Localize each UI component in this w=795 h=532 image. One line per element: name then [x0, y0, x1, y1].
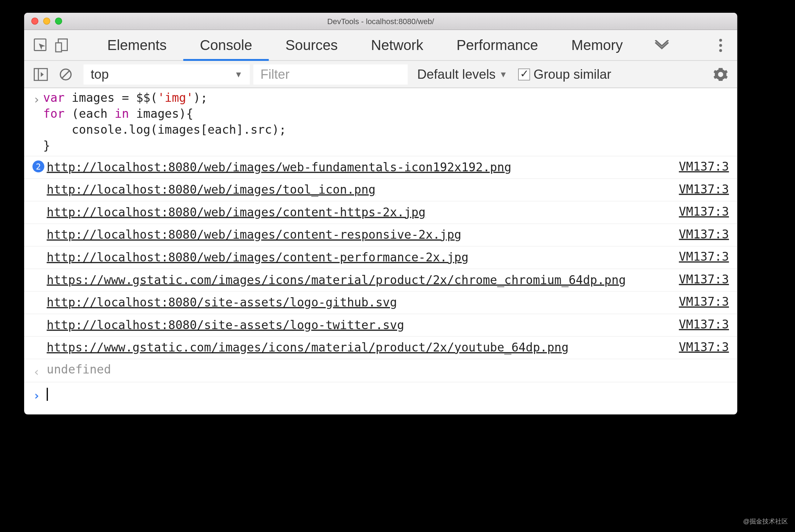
- log-source-link[interactable]: VM137:3: [679, 272, 729, 286]
- tab-performance[interactable]: Performance: [440, 30, 555, 60]
- log-source-link[interactable]: VM137:3: [679, 182, 729, 196]
- clear-console-icon[interactable]: [55, 63, 76, 85]
- log-url-link[interactable]: https://www.gstatic.com/images/icons/mat…: [47, 340, 679, 356]
- zoom-window-button[interactable]: [55, 17, 62, 24]
- repeat-count-badge: 2: [32, 161, 44, 172]
- console-log-row: http://localhost:8080/web/images/content…: [24, 224, 737, 247]
- log-url-link[interactable]: http://localhost:8080/web/images/content…: [47, 204, 679, 220]
- execution-context-selector[interactable]: top ▼: [83, 64, 250, 84]
- console-return-row: ‹ undefined: [24, 359, 737, 382]
- panel-tabs: ElementsConsoleSourcesNetworkPerformance…: [91, 30, 639, 60]
- close-window-button[interactable]: [31, 17, 38, 24]
- svg-rect-2: [56, 43, 61, 51]
- log-source-link[interactable]: VM137:3: [679, 295, 729, 309]
- input-arrow-icon: ›: [33, 92, 40, 106]
- tab-network[interactable]: Network: [354, 30, 440, 60]
- console-prompt-row[interactable]: ›: [24, 382, 737, 414]
- dropdown-triangle-icon: ▼: [234, 70, 242, 79]
- log-url-link[interactable]: http://localhost:8080/site-assets/logo-t…: [47, 317, 679, 333]
- console-log-row: http://localhost:8080/web/images/tool_ic…: [24, 179, 737, 201]
- console-input-echo: › var images = $$('img'); for (each in i…: [24, 88, 737, 156]
- svg-point-5: [719, 49, 722, 52]
- svg-point-4: [719, 44, 722, 46]
- console-log-row: http://localhost:8080/site-assets/logo-g…: [24, 292, 737, 314]
- log-url-link[interactable]: http://localhost:8080/web/images/web-fun…: [47, 159, 679, 175]
- log-url-link[interactable]: http://localhost:8080/web/images/content…: [47, 227, 679, 243]
- traffic-lights: [24, 17, 62, 24]
- console-log-row: https://www.gstatic.com/images/icons/mat…: [24, 269, 737, 292]
- console-log-row: https://www.gstatic.com/images/icons/mat…: [24, 337, 737, 359]
- log-source-link[interactable]: VM137:3: [679, 227, 729, 241]
- inspect-element-icon[interactable]: [30, 34, 51, 56]
- log-url-link[interactable]: http://localhost:8080/web/images/tool_ic…: [47, 182, 679, 198]
- tab-sources[interactable]: Sources: [269, 30, 354, 60]
- svg-point-3: [719, 39, 722, 41]
- log-levels-selector[interactable]: Default levels ▼: [417, 66, 508, 82]
- text-cursor: [47, 388, 48, 401]
- console-log-row: http://localhost:8080/web/images/content…: [24, 246, 737, 269]
- log-source-link[interactable]: VM137:3: [679, 317, 729, 331]
- group-similar-toggle[interactable]: Group similar: [518, 66, 611, 82]
- console-toolbar: top ▼ Default levels ▼ Group similar: [24, 61, 737, 88]
- return-value: undefined: [47, 362, 111, 379]
- log-url-link[interactable]: http://localhost:8080/site-assets/logo-g…: [47, 295, 679, 311]
- levels-label: Default levels: [417, 66, 496, 82]
- dropdown-triangle-icon: ▼: [499, 70, 508, 79]
- log-source-link[interactable]: VM137:3: [679, 204, 729, 218]
- more-tabs-icon[interactable]: [651, 34, 673, 56]
- console-log-row: http://localhost:8080/site-assets/logo-t…: [24, 314, 737, 337]
- minimize-window-button[interactable]: [43, 17, 50, 24]
- show-console-sidebar-icon[interactable]: [30, 63, 51, 85]
- devtools-tabbar: ElementsConsoleSourcesNetworkPerformance…: [24, 30, 737, 61]
- console-settings-icon[interactable]: [710, 63, 731, 85]
- console-log-row: 2http://localhost:8080/web/images/web-fu…: [24, 156, 737, 179]
- devtools-window: DevTools - localhost:8080/web/ ElementsC…: [24, 13, 737, 415]
- log-source-link[interactable]: VM137:3: [679, 250, 729, 264]
- checkbox-icon: [518, 68, 530, 80]
- log-source-link[interactable]: VM137:3: [679, 340, 729, 354]
- console-filter-input[interactable]: [253, 64, 408, 84]
- group-similar-label: Group similar: [533, 66, 611, 82]
- log-url-link[interactable]: https://www.gstatic.com/images/icons/mat…: [47, 272, 679, 288]
- tab-console[interactable]: Console: [183, 30, 269, 60]
- code-block[interactable]: var images = $$('img'); for (each in ima…: [43, 90, 729, 154]
- svg-line-9: [62, 71, 69, 78]
- tab-elements[interactable]: Elements: [91, 30, 183, 60]
- output-arrow-icon: ‹: [33, 365, 40, 379]
- console-log-row: http://localhost:8080/web/images/content…: [24, 201, 737, 224]
- prompt-arrow-icon: ›: [33, 388, 40, 403]
- tab-memory[interactable]: Memory: [555, 30, 640, 60]
- window-title: DevTools - localhost:8080/web/: [24, 17, 737, 26]
- window-titlebar: DevTools - localhost:8080/web/: [24, 13, 737, 30]
- watermark-text: @掘金技术社区: [743, 517, 788, 526]
- log-source-link[interactable]: VM137:3: [679, 159, 729, 173]
- device-toolbar-icon[interactable]: [51, 34, 73, 56]
- log-url-link[interactable]: http://localhost:8080/web/images/content…: [47, 250, 679, 266]
- customize-menu-icon[interactable]: [710, 34, 731, 56]
- console-output: › var images = $$('img'); for (each in i…: [24, 88, 737, 414]
- context-value: top: [91, 66, 109, 82]
